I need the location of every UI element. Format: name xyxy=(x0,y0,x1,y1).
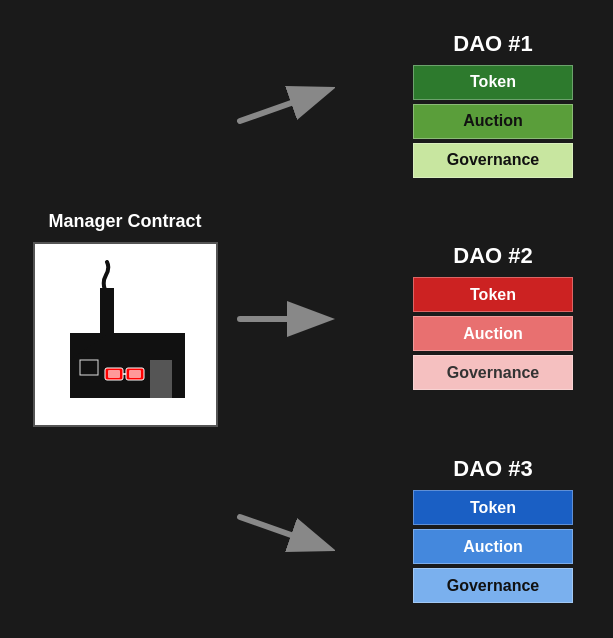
svg-line-11 xyxy=(240,91,325,121)
manager-label: Manager Contract xyxy=(48,211,201,232)
dao3-auction-block: Auction xyxy=(413,529,573,564)
dao2-title: DAO #2 xyxy=(453,243,532,269)
dao2-auction-block: Auction xyxy=(413,316,573,351)
svg-rect-3 xyxy=(80,360,98,375)
dao1-group: DAO #1 Token Auction Governance xyxy=(406,31,581,182)
svg-rect-8 xyxy=(129,370,141,378)
manager-contract-section: Manager Contract xyxy=(20,211,230,427)
factory-icon xyxy=(50,260,200,410)
dao1-token-block: Token xyxy=(413,65,573,100)
main-container: Manager Contract xyxy=(0,0,613,638)
arrow-right xyxy=(235,299,335,339)
arrow-upper-right xyxy=(235,86,335,126)
factory-icon-box xyxy=(33,242,218,427)
dao1-title: DAO #1 xyxy=(453,31,532,57)
svg-rect-9 xyxy=(150,360,172,398)
dao2-governance-block: Governance xyxy=(413,355,573,390)
dao2-token-block: Token xyxy=(413,277,573,312)
arrows-section xyxy=(225,0,345,638)
daos-section: DAO #1 Token Auction Governance DAO #2 T… xyxy=(393,0,593,638)
svg-line-15 xyxy=(240,517,325,547)
dao1-governance-block: Governance xyxy=(413,143,573,178)
dao3-group: DAO #3 Token Auction Governance xyxy=(406,456,581,607)
dao3-governance-block: Governance xyxy=(413,568,573,603)
arrow-lower-right xyxy=(235,512,335,552)
svg-rect-0 xyxy=(100,288,114,333)
dao3-title: DAO #3 xyxy=(453,456,532,482)
svg-rect-7 xyxy=(108,370,120,378)
dao1-auction-block: Auction xyxy=(413,104,573,139)
dao2-group: DAO #2 Token Auction Governance xyxy=(406,243,581,394)
dao3-token-block: Token xyxy=(413,490,573,525)
